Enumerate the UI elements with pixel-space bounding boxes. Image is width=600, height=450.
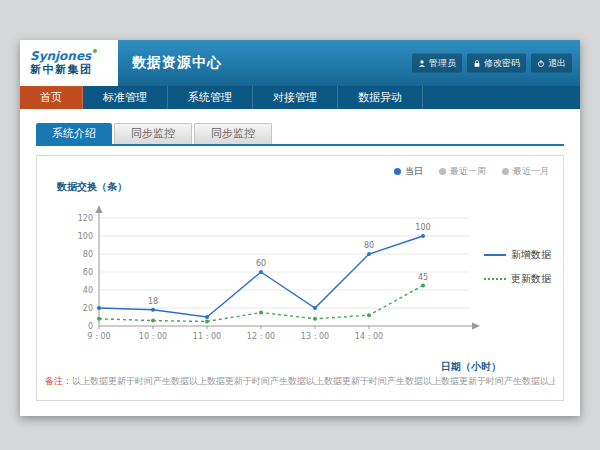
app-window: Synjones 新中新集团 数据资源中心 管理员	[20, 40, 580, 416]
series-legend: 新增数据 更新数据	[484, 248, 551, 296]
legend-new-data[interactable]: 新增数据	[484, 248, 551, 262]
filter-dot-icon	[394, 168, 401, 175]
svg-text:80: 80	[364, 241, 374, 250]
change-password-button[interactable]: 修改密码	[467, 54, 526, 73]
filter-last-month[interactable]: 最近一月	[502, 165, 549, 178]
line-chart: 0204060801001209：0010：0011：0012：0013：001…	[55, 198, 495, 360]
desktop-background: Synjones 新中新集团 数据资源中心 管理员	[0, 0, 600, 450]
legend-line-sample-solid	[484, 254, 506, 256]
company-logo[interactable]: Synjones 新中新集团	[20, 40, 118, 86]
filter-today-label: 当日	[405, 165, 423, 178]
filter-last-week-label: 最近一周	[450, 165, 486, 178]
svg-text:60: 60	[256, 259, 266, 268]
logo-text-cn: 新中新集团	[30, 63, 118, 77]
svg-text:10：00: 10：00	[139, 332, 167, 341]
svg-text:12：00: 12：00	[247, 332, 275, 341]
power-icon	[537, 59, 545, 67]
chart-panel: 当日 最近一周 最近一月 数据交换（条） 0204060801001209：00…	[36, 155, 564, 401]
admin-user-label: 管理员	[429, 57, 456, 70]
logout-button[interactable]: 退出	[531, 54, 572, 73]
footnote-text: 以上数据更新于时间产生数据以上数据更新于时间产生数据以上数据更新于时间产生数据以…	[72, 376, 555, 386]
logo-text-en: Synjones	[30, 49, 118, 63]
filter-last-month-label: 最近一月	[513, 165, 549, 178]
svg-text:100: 100	[415, 223, 430, 232]
top-header: Synjones 新中新集团 数据资源中心 管理员	[20, 40, 580, 86]
tab-sync-monitor-2[interactable]: 同步监控	[194, 123, 272, 144]
svg-text:100: 100	[78, 232, 93, 241]
legend-line-sample-dotted	[484, 278, 506, 280]
svg-text:14：00: 14：00	[355, 332, 383, 341]
page-title: 数据资源中心	[132, 54, 222, 72]
lock-icon	[473, 59, 481, 67]
admin-user-button[interactable]: 管理员	[412, 54, 462, 73]
header-bar: 数据资源中心 管理员 修改密码	[118, 40, 580, 86]
y-axis-title: 数据交换（条）	[57, 180, 127, 194]
footnote-prefix: 备注：	[45, 376, 72, 386]
svg-text:18: 18	[148, 297, 158, 306]
header-actions: 管理员 修改密码 退出	[412, 54, 572, 73]
nav-item-standard-mgmt[interactable]: 标准管理	[83, 86, 168, 109]
svg-text:120: 120	[78, 214, 93, 223]
svg-text:60: 60	[83, 268, 93, 277]
tab-system-intro[interactable]: 系统介绍	[36, 123, 112, 144]
svg-text:80: 80	[83, 250, 93, 259]
nav-item-data-change[interactable]: 数据异动	[338, 86, 423, 109]
legend-update-data[interactable]: 更新数据	[484, 272, 551, 286]
svg-text:11：00: 11：00	[193, 332, 221, 341]
tab-bar: 系统介绍 同步监控 同步监控	[36, 123, 564, 146]
footnote: 备注：以上数据更新于时间产生数据以上数据更新于时间产生数据以上数据更新于时间产生…	[45, 375, 555, 388]
svg-text:20: 20	[83, 304, 93, 313]
user-icon	[418, 59, 426, 67]
content-area: 系统介绍 同步监控 同步监控 当日 最近一周 最近一月	[20, 109, 580, 401]
x-axis-title: 日期（小时）	[441, 360, 501, 374]
main-nav: 首页 标准管理 系统管理 对接管理 数据异动	[20, 86, 580, 109]
nav-item-integration-mgmt[interactable]: 对接管理	[253, 86, 338, 109]
svg-text:0: 0	[88, 322, 93, 331]
filter-last-week[interactable]: 最近一周	[439, 165, 486, 178]
svg-text:45: 45	[418, 273, 428, 282]
filter-today[interactable]: 当日	[394, 165, 423, 178]
legend-update-data-label: 更新数据	[511, 272, 551, 286]
filter-dot-icon	[439, 168, 446, 175]
tab-sync-monitor-1[interactable]: 同步监控	[114, 123, 192, 144]
time-range-filters: 当日 最近一周 最近一月	[394, 165, 549, 178]
svg-text:9：00: 9：00	[87, 332, 110, 341]
svg-text:13：00: 13：00	[301, 332, 329, 341]
nav-item-system-mgmt[interactable]: 系统管理	[168, 86, 253, 109]
change-password-label: 修改密码	[484, 57, 520, 70]
logo-leaf-icon	[93, 49, 97, 53]
nav-item-home[interactable]: 首页	[20, 86, 83, 109]
svg-text:40: 40	[83, 286, 93, 295]
logout-label: 退出	[548, 57, 566, 70]
legend-new-data-label: 新增数据	[511, 248, 551, 262]
filter-dot-icon	[502, 168, 509, 175]
